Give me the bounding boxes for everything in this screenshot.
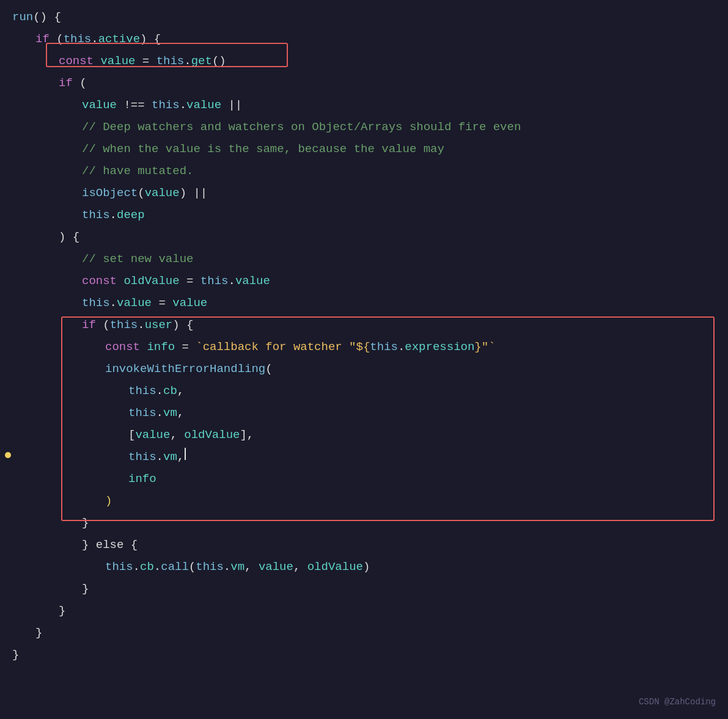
code-line: this.cb.call(this.vm, value, oldValue) [0,556,728,578]
token: ( [265,358,272,380]
token: user [145,314,173,336]
token: deep [117,204,145,226]
token: this [105,556,133,578]
token: ( [189,556,196,578]
token: . [154,556,161,578]
code-line: // have mutated. [0,160,728,182]
token: ) [363,556,370,578]
token: info [147,336,175,358]
token: = [175,336,196,358]
token: cb [163,380,177,402]
token: } [59,600,65,622]
token: value [259,556,293,578]
token [140,336,147,358]
token: if [59,72,73,94]
code-line: // Deep watchers and watchers on Object/… [0,116,728,138]
token: . [398,336,405,358]
token: this [196,556,224,578]
token: , [177,380,184,402]
token: // when the value is the same, because t… [82,138,444,160]
token: value [100,50,135,72]
token: , [293,556,307,578]
code-line: } [0,578,728,600]
token: ) [105,490,112,512]
token: value [172,292,207,314]
code-line: this.deep [0,204,728,226]
token: value [186,94,221,116]
token: , [170,424,184,446]
token: // have mutated. [82,160,193,182]
token: value [82,94,117,116]
token: `callback for watcher "${ [196,336,370,358]
token: this [110,314,138,336]
token: vm [163,446,177,468]
token: = [135,50,156,72]
token: const [105,336,140,358]
token: // Deep watchers and watchers on Object/… [82,116,521,138]
token: call [161,556,189,578]
code-lines: run() {if (this.active) {const value = t… [0,6,728,666]
token: } else { [82,534,138,556]
token: // set new value [82,248,193,270]
token: , [177,402,184,424]
token: . [110,292,117,314]
token: }" [474,336,488,358]
code-line: info [0,468,728,490]
code-line: invokeWithErrorHandling( [0,358,728,380]
token: } [35,622,42,644]
token: } [82,578,89,600]
token: () [33,6,47,28]
token: ( [73,72,87,94]
token: isObject [82,182,138,204]
code-line: [value, oldValue], [0,424,728,446]
code-line: } [0,512,728,534]
token: . [224,556,230,578]
token: } [82,512,89,534]
token: } [12,644,19,666]
token: expression [405,336,474,358]
code-container: run() {if (this.active) {const value = t… [0,0,728,719]
token: vm [163,402,177,424]
code-line: ) [0,490,728,512]
code-line: if (this.user) { [0,314,728,336]
token: . [110,204,117,226]
token: ( [138,182,144,204]
token: { [47,6,61,28]
token: this [128,446,156,468]
code-line: if (this.active) { [0,28,728,50]
token: . [156,402,163,424]
code-line: value !== this.value || [0,94,728,116]
text-cursor [185,448,186,460]
token: ) { [140,28,161,50]
code-line: this.vm, [0,402,728,424]
code-line: const oldValue = this.value [0,270,728,292]
token: this [156,50,185,72]
token: ], [240,424,254,446]
token: this [128,402,156,424]
token: . [156,380,163,402]
code-line: this.cb, [0,380,728,402]
token: = [152,292,172,314]
token: invokeWithErrorHandling [105,358,265,380]
token: , [245,556,259,578]
token: || [221,94,242,116]
code-line: run() { [0,6,728,28]
token: value [145,182,180,204]
token: ` [488,336,495,358]
token: . [156,446,163,468]
token: . [228,270,235,292]
code-line: const value = this.get() [0,50,728,72]
token: run [12,6,33,28]
token: ( [96,314,110,336]
token: if [82,314,96,336]
token: [ [128,424,135,446]
token: oldValue [123,270,179,292]
token: this [152,94,180,116]
token: vm [230,556,245,578]
token: , [177,446,184,468]
token: . [133,556,140,578]
token: this [64,28,92,50]
token: . [91,28,98,50]
token: value [235,270,270,292]
token: . [138,314,144,336]
